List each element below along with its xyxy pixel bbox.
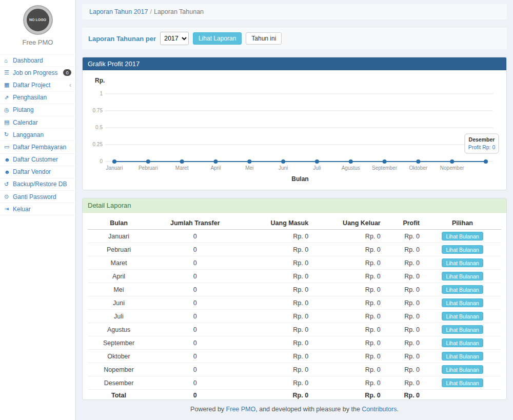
table-cell: Rp. 0 [385, 296, 424, 310]
chart-point [484, 159, 488, 164]
lihat-bulanan-button[interactable]: Lihat Bulanan [442, 352, 483, 361]
tahun-ini-button[interactable]: Tahun ini [246, 32, 282, 45]
table-cell: 0 [150, 296, 241, 310]
lihat-bulanan-button[interactable]: Lihat Bulanan [442, 245, 483, 254]
table-row: Nopember0Rp. 0Rp. 0Rp. 0Lihat Bulanan [88, 363, 501, 376]
sidebar-item-daftar-vendor[interactable]: ☻Daftar Vendor [0, 166, 75, 178]
year-select[interactable]: 2017 [160, 32, 189, 45]
table-cell: Rp. 0 [312, 310, 385, 323]
payments-icon: ▭ [4, 144, 13, 150]
table-cell: Rp. 0 [385, 336, 424, 350]
footer-brand-link[interactable]: Free PMO [226, 406, 256, 413]
table-cell: Rp. 0 [385, 243, 424, 256]
lihat-bulanan-button[interactable]: Lihat Bulanan [442, 378, 483, 387]
x-tick-label: Maret [175, 165, 189, 171]
column-header: Jumlah Transfer [150, 217, 241, 230]
lihat-laporan-button[interactable]: Lihat Laporan [193, 32, 242, 45]
x-tick-label: Juni [279, 165, 288, 171]
sidebar-item-label: Calendar [13, 119, 71, 126]
chart-point [112, 159, 116, 164]
lihat-bulanan-button[interactable]: Lihat Bulanan [442, 258, 483, 267]
chart-point [146, 159, 150, 164]
lihat-bulanan-button[interactable]: Lihat Bulanan [442, 338, 483, 347]
main-content: Laporan Tahun 2017/Laporan Tahunan Lapor… [76, 0, 513, 420]
sidebar-item-label: Daftar Vendor [13, 168, 71, 175]
job-count-badge: 0 [63, 69, 71, 76]
brand-name: Free PMO [0, 38, 75, 46]
detail-report-panel: Detail Laporan BulanJumlah TransferUang … [82, 198, 507, 400]
table-cell: September [88, 336, 150, 350]
sidebar-item-backup-restore-db[interactable]: ↺Backup/Restore DB [0, 178, 75, 191]
table-cell: Rp. 0 [385, 376, 424, 390]
detail-panel-body: BulanJumlah TransferUang MasukUang Kelua… [83, 213, 506, 400]
footer: Powered by Free PMO, and developed with … [76, 400, 513, 420]
table-cell: Rp. 0 [312, 230, 385, 243]
vendors-icon: ☻ [4, 169, 13, 175]
table-cell: Rp. 0 [312, 350, 385, 363]
breadcrumb-current: Laporan Tahunan [154, 8, 204, 15]
table-cell: Rp. 0 [312, 243, 385, 256]
calendar-icon: ▤ [4, 119, 13, 126]
chart-point [281, 159, 285, 164]
breadcrumb-link-year[interactable]: Laporan Tahun 2017 [89, 8, 148, 15]
sidebar-item-label: Keluar [13, 206, 71, 213]
lihat-bulanan-button[interactable]: Lihat Bulanan [442, 232, 483, 241]
tooltip-title: Desember [469, 136, 495, 143]
lihat-bulanan-button[interactable]: Lihat Bulanan [442, 272, 483, 281]
y-axis-title: Rp. [95, 77, 105, 84]
chart-point [349, 159, 353, 164]
lihat-bulanan-button[interactable]: Lihat Bulanan [442, 312, 483, 321]
sidebar-item-piutang[interactable]: ◎Piutang [0, 104, 75, 116]
table-cell: Rp. 0 [241, 270, 313, 283]
footer-text-suffix: . [397, 406, 398, 413]
table-cell: 0 [150, 243, 241, 256]
sidebar-item-label: Backup/Restore DB [13, 181, 71, 188]
sidebar-item-label: Job on Progress [13, 69, 63, 76]
lihat-bulanan-button[interactable]: Lihat Bulanan [442, 298, 483, 307]
subscription-icon: ↻ [4, 131, 13, 138]
sidebar-item-keluar[interactable]: ⇥Keluar [0, 203, 75, 215]
y-tick-label: 0.5 [95, 125, 103, 130]
sidebar-item-ganti-password[interactable]: ⊙Ganti Password [0, 191, 75, 203]
sidebar-item-daftar-pembayaran[interactable]: ▭Daftar Pembayaran [0, 141, 75, 153]
lihat-bulanan-button[interactable]: Lihat Bulanan [442, 365, 483, 374]
sidebar-item-job-on-progress[interactable]: ☰Job on Progress0 [0, 67, 75, 79]
x-tick-label: Januari [106, 165, 123, 171]
table-cell: Rp. 0 [241, 296, 313, 310]
footer-contributors-link[interactable]: Contributors [362, 406, 397, 413]
table-cell: 0 [150, 350, 241, 363]
backup-icon: ↺ [4, 181, 13, 188]
x-tick-label: Juli [313, 165, 321, 171]
table-cell: 0 [150, 310, 241, 323]
table-cell: Rp. 0 [385, 323, 424, 336]
sidebar-item-calendar[interactable]: ▤Calendar [0, 116, 75, 129]
chart-panel-title: Grafik Profit 2017 [83, 57, 506, 70]
table-cell: Rp. 0 [312, 323, 385, 336]
chart-point [383, 159, 387, 164]
table-cell: Rp. 0 [312, 390, 385, 400]
table-cell: Rp. 0 [385, 363, 424, 376]
sidebar-item-langganan[interactable]: ↻Langganan [0, 129, 75, 141]
sidebar-item-dashboard[interactable]: ⌂Dashboard [0, 54, 75, 67]
profit-chart-panel: Grafik Profit 2017 00.250.50.751Rp.Janua… [82, 57, 507, 190]
action-cell: Lihat Bulanan [424, 296, 501, 310]
table-row: Januari0Rp. 0Rp. 0Rp. 0Lihat Bulanan [88, 230, 501, 243]
sidebar-item-daftar-customer[interactable]: ☻Daftar Customer [0, 154, 75, 166]
total-row: Total0Rp. 0Rp. 0Rp. 0 [88, 390, 501, 400]
table-cell: Rp. 0 [312, 270, 385, 283]
lihat-bulanan-button[interactable]: Lihat Bulanan [442, 285, 483, 294]
table-cell: Pebruari [88, 243, 150, 256]
chart-point [213, 159, 218, 164]
table-cell: Rp. 0 [312, 283, 385, 296]
sidebar-item-label: Dashboard [13, 57, 71, 64]
table-cell: Rp. 0 [241, 310, 313, 323]
dashboard-icon: ⌂ [4, 57, 13, 64]
sidebar-item-penghasilan[interactable]: ⇗Penghasilan [0, 92, 75, 104]
lihat-bulanan-button[interactable]: Lihat Bulanan [442, 325, 483, 334]
customers-icon: ☻ [4, 156, 13, 163]
action-cell: Lihat Bulanan [424, 283, 501, 296]
action-cell [424, 390, 501, 400]
sidebar: NO LOGO Free PMO ⌂Dashboard☰Job on Progr… [0, 0, 76, 420]
sidebar-item-daftar-project[interactable]: ▦Daftar Project‹ [0, 79, 75, 91]
column-header: Uang Keluar [312, 217, 385, 230]
